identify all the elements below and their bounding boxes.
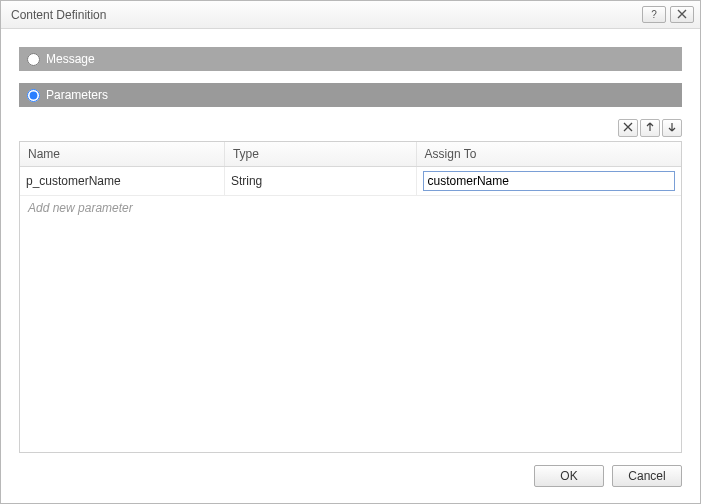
table-row[interactable]: p_customerName String xyxy=(20,167,681,196)
close-button[interactable] xyxy=(670,6,694,23)
option-message-label: Message xyxy=(46,52,95,66)
cell-assign[interactable] xyxy=(417,167,681,195)
delete-icon xyxy=(623,122,633,134)
option-message[interactable]: Message xyxy=(19,47,682,71)
add-new-parameter[interactable]: Add new parameter xyxy=(20,196,681,220)
cell-type[interactable]: String xyxy=(225,167,417,195)
cancel-button[interactable]: Cancel xyxy=(612,465,682,487)
option-parameters-label: Parameters xyxy=(46,88,108,102)
move-down-button[interactable] xyxy=(662,119,682,137)
arrow-up-icon xyxy=(645,122,655,134)
help-icon: ? xyxy=(651,9,657,20)
titlebar: Content Definition ? xyxy=(1,1,700,29)
assign-input[interactable] xyxy=(423,171,675,191)
radio-parameters[interactable] xyxy=(27,89,40,102)
dialog-title: Content Definition xyxy=(11,8,638,22)
radio-message[interactable] xyxy=(27,53,40,66)
close-icon xyxy=(677,9,687,21)
content-area: Message Parameters xyxy=(1,29,700,459)
ok-button[interactable]: OK xyxy=(534,465,604,487)
header-type[interactable]: Type xyxy=(225,142,417,166)
option-parameters[interactable]: Parameters xyxy=(19,83,682,107)
table-header: Name Type Assign To xyxy=(20,142,681,167)
move-up-button[interactable] xyxy=(640,119,660,137)
parameters-table: Name Type Assign To p_customerName Strin… xyxy=(19,141,682,453)
cell-name[interactable]: p_customerName xyxy=(20,167,225,195)
header-assign[interactable]: Assign To xyxy=(417,142,681,166)
delete-row-button[interactable] xyxy=(618,119,638,137)
arrow-down-icon xyxy=(667,122,677,134)
help-button[interactable]: ? xyxy=(642,6,666,23)
dialog-button-row: OK Cancel xyxy=(1,459,700,503)
content-definition-dialog: Content Definition ? Message Parameters xyxy=(0,0,701,504)
header-name[interactable]: Name xyxy=(20,142,225,166)
table-toolbar xyxy=(19,119,682,137)
